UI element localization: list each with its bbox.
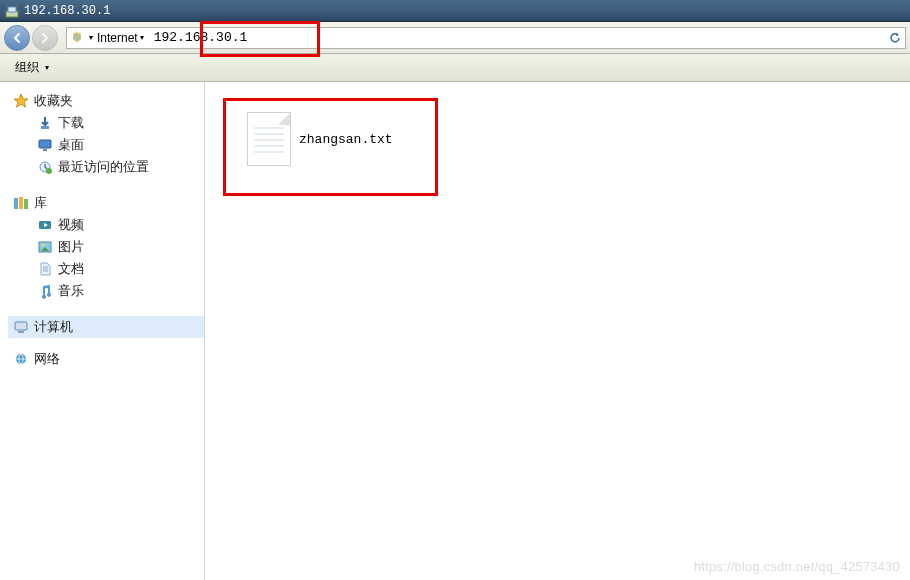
zone-text: Internet [97, 31, 138, 45]
globe-shield-icon [67, 31, 87, 45]
svg-point-7 [46, 168, 52, 174]
tree-item-documents[interactable]: 文档 [8, 258, 204, 280]
back-button[interactable] [4, 25, 30, 51]
content-pane[interactable]: zhangsan.txt [205, 82, 910, 580]
tree-item-downloads[interactable]: 下载 [8, 112, 204, 134]
tree-label: 文档 [58, 260, 84, 278]
tree-label: 音乐 [58, 282, 84, 300]
video-icon [36, 216, 54, 234]
tree-group-network: 网络 [0, 348, 204, 370]
tree-item-videos[interactable]: 视频 [8, 214, 204, 236]
tree-group-computer: 计算机 [0, 316, 204, 338]
tree-label: 网络 [34, 350, 60, 368]
tree-label: 下载 [58, 114, 84, 132]
tree-item-network[interactable]: 网络 [8, 348, 204, 370]
tree-item-pictures[interactable]: 图片 [8, 236, 204, 258]
svg-rect-5 [43, 149, 47, 151]
tree-label: 图片 [58, 238, 84, 256]
chevron-down-icon[interactable]: ▾ [140, 33, 144, 42]
recent-icon [36, 158, 54, 176]
navigation-bar: ▾ Internet ▾ 192.168.30.1 [0, 22, 910, 54]
tree-label: 计算机 [34, 318, 73, 336]
svg-rect-9 [19, 197, 23, 209]
music-icon [36, 282, 54, 300]
svg-rect-4 [39, 140, 51, 148]
desktop-icon [36, 136, 54, 154]
svg-rect-10 [24, 199, 28, 209]
download-icon [36, 114, 54, 132]
toolbar: 组织 ▾ [0, 54, 910, 82]
address-path[interactable]: 192.168.30.1 [148, 30, 885, 45]
refresh-icon[interactable] [885, 32, 905, 44]
tree-label: 最近访问的位置 [58, 158, 149, 176]
svg-rect-1 [8, 7, 16, 12]
tree-group-libraries: 库 视频 图片 文档 [0, 192, 204, 302]
tree-label: 视频 [58, 216, 84, 234]
network-icon [12, 350, 30, 368]
tree-label: 库 [34, 194, 47, 212]
text-file-icon [247, 112, 291, 166]
picture-icon [36, 238, 54, 256]
tree-label: 桌面 [58, 136, 84, 154]
file-name: zhangsan.txt [299, 132, 393, 147]
window-title: 192.168.30.1 [24, 4, 110, 18]
svg-rect-15 [18, 331, 24, 333]
svg-rect-3 [41, 126, 49, 129]
address-bar[interactable]: ▾ Internet ▾ 192.168.30.1 [66, 27, 906, 49]
tree-group-favorites: 收藏夹 下载 桌面 最近访问的位置 [0, 90, 204, 178]
libraries-icon [12, 194, 30, 212]
svg-point-13 [42, 244, 45, 247]
organize-button[interactable]: 组织 ▾ [8, 56, 56, 79]
main-area: 收藏夹 下载 桌面 最近访问的位置 [0, 82, 910, 580]
svg-rect-14 [15, 322, 27, 330]
file-item[interactable]: zhangsan.txt [243, 108, 443, 170]
computer-icon [12, 318, 30, 336]
tree-item-recent[interactable]: 最近访问的位置 [8, 156, 204, 178]
tree-item-music[interactable]: 音乐 [8, 280, 204, 302]
forward-button[interactable] [32, 25, 58, 51]
tree-item-libraries[interactable]: 库 [8, 192, 204, 214]
tree-item-computer[interactable]: 计算机 [8, 316, 204, 338]
document-icon [36, 260, 54, 278]
watermark: https://blog.csdn.net/qq_42573430 [694, 559, 900, 574]
tree-item-favorites[interactable]: 收藏夹 [8, 90, 204, 112]
zone-label[interactable]: Internet ▾ [93, 31, 148, 45]
chevron-down-icon: ▾ [45, 63, 49, 72]
window-icon [4, 3, 20, 19]
tree-item-desktop[interactable]: 桌面 [8, 134, 204, 156]
organize-label: 组织 [15, 59, 39, 76]
tree-label: 收藏夹 [34, 92, 73, 110]
sidebar: 收藏夹 下载 桌面 最近访问的位置 [0, 82, 205, 580]
title-bar: 192.168.30.1 [0, 0, 910, 22]
svg-rect-8 [14, 198, 18, 209]
star-icon [12, 92, 30, 110]
